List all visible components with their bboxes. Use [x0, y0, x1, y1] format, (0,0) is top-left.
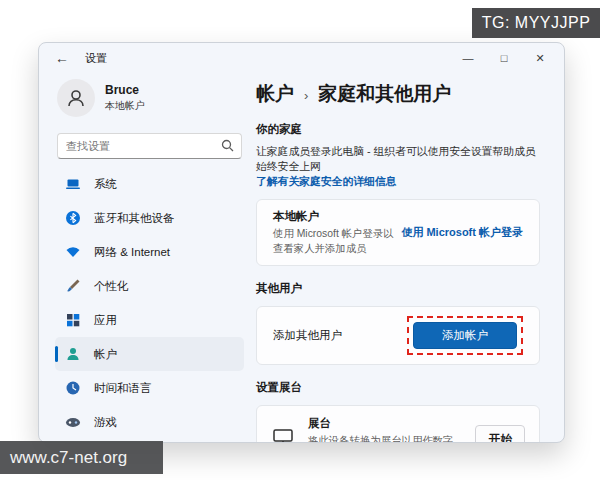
sidebar-item-label: 时间和语言: [94, 381, 152, 396]
sidebar-item-apps[interactable]: 应用: [55, 303, 244, 337]
get-started-button[interactable]: 开始: [475, 425, 525, 443]
gamepad-icon: [65, 414, 81, 430]
sidebar-item-personalization[interactable]: 个性化: [55, 269, 244, 303]
minimize-button[interactable]: —: [450, 45, 486, 71]
sidebar-item-bluetooth[interactable]: 蓝牙和其他设备: [55, 201, 244, 235]
window-controls: — □ ✕: [450, 45, 558, 71]
person-icon: [65, 346, 81, 362]
breadcrumb: 帐户 › 家庭和其他用户: [256, 81, 540, 107]
sidebar-item-network[interactable]: 网络 & Internet: [55, 235, 244, 269]
kiosk-icon: [271, 426, 295, 443]
search-input[interactable]: [57, 133, 242, 159]
settings-window: ← 设置 — □ ✕ Bruce 本地帐户: [38, 42, 565, 443]
annotation-highlight: 添加帐户: [407, 316, 523, 355]
sidebar-item-gaming[interactable]: 游戏: [55, 405, 244, 439]
sidebar-item-label: 蓝牙和其他设备: [94, 211, 175, 226]
search-icon: [221, 138, 234, 156]
watermark: www.c7-net.org: [0, 441, 163, 474]
breadcrumb-accounts[interactable]: 帐户: [256, 81, 294, 107]
family-description: 让家庭成员登录此电脑 - 组织者可以使用安全设置帮助成员始终安全上网: [256, 144, 540, 174]
sign-in-microsoft-link[interactable]: 使用 Microsoft 帐户登录: [401, 225, 523, 240]
sidebar-item-accounts[interactable]: 帐户: [55, 337, 244, 371]
user-avatar-icon: [57, 79, 95, 117]
laptop-icon: [65, 176, 81, 192]
local-account-subtitle: 使用 Microsoft 帐户登录以查看家人并添加成员: [273, 227, 401, 256]
sidebar-item-label: 网络 & Internet: [94, 245, 170, 260]
titlebar: ← 设置 — □ ✕: [39, 43, 564, 73]
sidebar-item-system[interactable]: 系统: [55, 167, 244, 201]
user-account-type: 本地帐户: [105, 99, 145, 113]
back-button[interactable]: ←: [55, 50, 69, 66]
family-safety-link[interactable]: 了解有关家庭安全的详细信息: [256, 175, 540, 189]
sidebar-item-label: 系统: [94, 177, 117, 192]
maximize-button[interactable]: □: [486, 45, 522, 71]
window-title: 设置: [85, 51, 107, 66]
kiosk-title: 展台: [308, 416, 462, 431]
sidebar-nav: 系统 蓝牙和其他设备 网络 & Internet: [55, 167, 244, 443]
chevron-right-icon: ›: [304, 88, 308, 103]
sidebar-item-label: 应用: [94, 313, 117, 328]
sidebar: Bruce 本地帐户: [39, 73, 254, 443]
close-button[interactable]: ✕: [522, 45, 558, 71]
bluetooth-icon: [65, 210, 81, 226]
family-section-title: 你的家庭: [256, 122, 540, 137]
sidebar-item-label: 帐户: [94, 347, 117, 362]
kiosk-subtitle: 将此设备转换为展台以用作数字签名、交互式显示器或其他用途: [308, 434, 462, 443]
wifi-icon: [65, 244, 81, 260]
user-name: Bruce: [105, 83, 145, 97]
add-user-card: 添加其他用户 添加帐户: [256, 306, 540, 365]
add-other-user-label: 添加其他用户: [273, 328, 342, 343]
add-account-button[interactable]: 添加帐户: [413, 322, 517, 349]
kiosk-section-title: 设置展台: [256, 380, 540, 395]
local-account-card: 本地帐户 使用 Microsoft 帐户登录以查看家人并添加成员 使用 Micr…: [256, 199, 540, 266]
sidebar-item-time-language[interactable]: 时间和语言: [55, 371, 244, 405]
brush-icon: [65, 278, 81, 294]
sidebar-item-label: 个性化: [94, 279, 129, 294]
other-users-section-title: 其他用户: [256, 281, 540, 296]
apps-icon: [65, 312, 81, 328]
local-account-title: 本地帐户: [273, 209, 401, 224]
main-content: 帐户 › 家庭和其他用户 你的家庭 让家庭成员登录此电脑 - 组织者可以使用安全…: [254, 73, 564, 443]
search-box: [57, 133, 242, 159]
user-profile[interactable]: Bruce 本地帐户: [55, 75, 244, 121]
clock-globe-icon: [65, 380, 81, 396]
sidebar-item-label: 游戏: [94, 415, 117, 430]
page-title: 家庭和其他用户: [318, 81, 451, 107]
tg-badge: TG: MYYJJPP: [472, 8, 600, 38]
kiosk-card: 展台 将此设备转换为展台以用作数字签名、交互式显示器或其他用途 开始: [256, 405, 540, 443]
